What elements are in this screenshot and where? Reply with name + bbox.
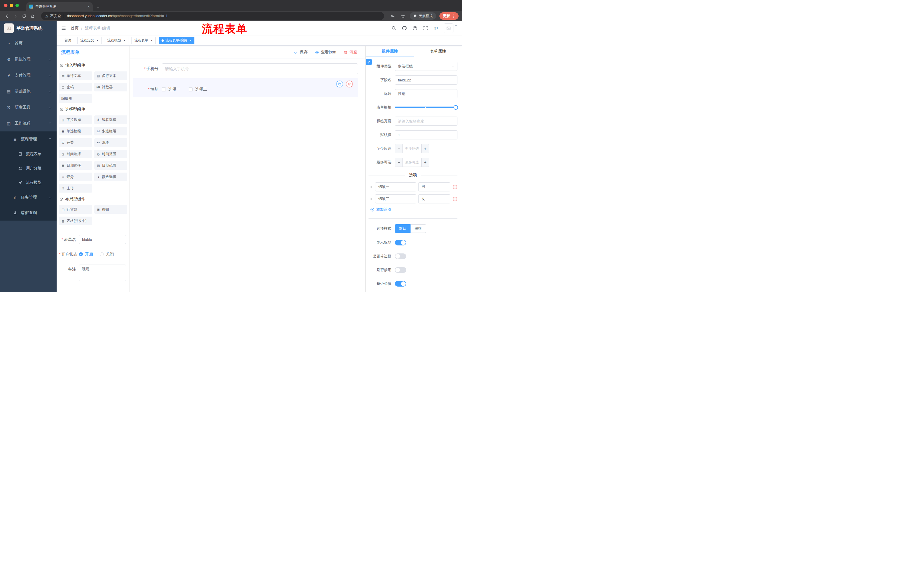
- min-select-value[interactable]: 至少应选: [403, 144, 421, 153]
- hamburger-icon[interactable]: [61, 26, 66, 31]
- plus-icon[interactable]: +: [421, 158, 429, 166]
- sidebar-item-0[interactable]: ◔首页: [0, 35, 57, 51]
- address-bar[interactable]: ⚠ 不安全 dashboard.yudao.iocoder.cn /bpm/ma…: [41, 12, 384, 20]
- status-radio-off[interactable]: 关闭: [100, 252, 114, 257]
- avatar[interactable]: [444, 23, 454, 33]
- form-name-input[interactable]: [79, 235, 126, 244]
- sidebar-item-1[interactable]: ⚙系统管理: [0, 51, 57, 67]
- checkbox-icon[interactable]: [162, 87, 166, 91]
- sidebar-item-4[interactable]: ⚒研发工具: [0, 99, 57, 115]
- link-badge-icon[interactable]: [365, 59, 372, 65]
- sidebar-item-11[interactable]: 请假查询: [0, 205, 57, 220]
- toggle-switch[interactable]: [395, 281, 406, 286]
- view-json-button[interactable]: 查看json: [315, 50, 336, 55]
- default-value-input[interactable]: [395, 130, 457, 140]
- toggle-switch[interactable]: [395, 240, 406, 245]
- fullscreen-icon[interactable]: [422, 25, 428, 31]
- checkbox-icon[interactable]: [189, 87, 193, 91]
- palette-item[interactable]: ▧日期范围: [94, 161, 127, 170]
- palette-item[interactable]: ▤多行文本: [94, 71, 127, 80]
- browser-update-button[interactable]: 更新 ⋮: [439, 12, 459, 20]
- option-value-input[interactable]: [418, 194, 450, 204]
- home-icon[interactable]: [29, 13, 36, 20]
- tag-1[interactable]: 流程定义×: [78, 37, 101, 44]
- palette-item[interactable]: ▦日期选择: [59, 161, 92, 170]
- field-name-input[interactable]: [395, 76, 457, 85]
- tag-0[interactable]: 首页: [62, 37, 74, 44]
- phone-input[interactable]: [162, 63, 358, 74]
- kebab-menu-icon[interactable]: ⋮: [452, 14, 456, 18]
- palette-item[interactable]: ☆评分: [59, 173, 92, 181]
- tag-3[interactable]: 流程表单×: [132, 37, 155, 44]
- github-icon[interactable]: [401, 25, 407, 31]
- passwords-key-icon[interactable]: [389, 13, 396, 20]
- gender-checkbox-option-1[interactable]: 选项一: [162, 87, 180, 92]
- plus-icon[interactable]: +: [421, 144, 429, 153]
- canvas-field-gender[interactable]: *性别 选项一 选项二: [133, 78, 358, 97]
- palette-item[interactable]: 123计数器: [94, 83, 127, 91]
- option-name-input[interactable]: [375, 194, 416, 204]
- canvas-field-phone[interactable]: *手机号: [133, 63, 358, 74]
- clear-button[interactable]: 清空: [344, 50, 357, 55]
- tag-close-icon[interactable]: ×: [190, 39, 192, 42]
- palette-item[interactable]: ▭单行文本: [59, 71, 92, 80]
- bookmark-star-icon[interactable]: [399, 13, 406, 20]
- tag-close-icon[interactable]: ×: [150, 39, 153, 42]
- tag-4[interactable]: 流程表单-编辑×: [159, 37, 195, 44]
- tab-close-icon[interactable]: ×: [87, 4, 90, 9]
- sidebar-item-9[interactable]: 流程模型: [0, 175, 57, 190]
- save-button[interactable]: 保存: [294, 50, 308, 55]
- slider-handle[interactable]: [454, 105, 458, 110]
- sidebar-item-2[interactable]: ¥支付管理: [0, 67, 57, 84]
- drag-handle-icon[interactable]: [368, 197, 373, 201]
- option-value-input[interactable]: [418, 182, 450, 191]
- drag-handle-icon[interactable]: [368, 185, 373, 189]
- style-default-button[interactable]: 默认: [395, 224, 411, 233]
- forward-icon[interactable]: [12, 13, 19, 20]
- palette-item[interactable]: ◉单选框组: [59, 127, 92, 135]
- palette-item[interactable]: ◷时间选择: [59, 150, 92, 158]
- tag-close-icon[interactable]: ×: [96, 39, 99, 42]
- label-width-input[interactable]: [395, 117, 457, 126]
- breadcrumb-home[interactable]: 首页: [71, 26, 79, 31]
- component-type-select[interactable]: 多选框组: [395, 62, 457, 71]
- browser-tab[interactable]: 芋道管理系统 ×: [26, 2, 92, 11]
- palette-item[interactable]: ▦表格[开发中]: [59, 217, 92, 225]
- minus-icon[interactable]: −: [395, 158, 403, 166]
- sidebar-item-10[interactable]: ⋔任务管理: [0, 190, 57, 205]
- palette-item[interactable]: 密码: [59, 83, 92, 91]
- form-remark-textarea[interactable]: 嘿嘿: [79, 265, 126, 281]
- tab-form-props[interactable]: 表单属性: [414, 46, 462, 57]
- palette-item[interactable]: ⊙开关: [59, 138, 92, 147]
- palette-item[interactable]: ⇧上传: [59, 184, 92, 192]
- remove-option-icon[interactable]: [452, 196, 457, 201]
- palette-item[interactable]: ⊞按钮: [94, 205, 127, 214]
- sidebar-item-5[interactable]: ◫工作流程: [0, 115, 57, 132]
- tag-2[interactable]: 流程模型×: [105, 37, 129, 44]
- status-radio-on[interactable]: 开启: [79, 252, 93, 257]
- tab-component-props[interactable]: 组件属性: [366, 46, 414, 57]
- slider-track[interactable]: [395, 107, 457, 108]
- palette-item[interactable]: ☑多选框组: [94, 127, 127, 135]
- copy-field-button[interactable]: [336, 81, 343, 87]
- help-icon[interactable]: [412, 25, 418, 31]
- toggle-switch[interactable]: [395, 253, 406, 259]
- grid-slider[interactable]: [395, 103, 457, 112]
- remove-option-icon[interactable]: [452, 184, 457, 189]
- gender-checkbox-option-2[interactable]: 选项二: [189, 87, 207, 92]
- search-icon[interactable]: [391, 25, 396, 31]
- window-close-button[interactable]: [4, 4, 7, 7]
- style-button-button[interactable]: 按钮: [411, 224, 426, 233]
- new-tab-button[interactable]: [96, 5, 100, 9]
- reload-icon[interactable]: [21, 13, 28, 20]
- palette-item[interactable]: ⋔级联选择: [94, 115, 127, 124]
- palette-item[interactable]: 编辑器: [59, 94, 92, 103]
- toggle-switch[interactable]: [395, 267, 406, 273]
- tag-close-icon[interactable]: ×: [124, 39, 126, 42]
- palette-item[interactable]: ◴时间范围: [94, 150, 127, 158]
- title-input[interactable]: [395, 89, 457, 98]
- sidebar-item-8[interactable]: 用户分组: [0, 161, 57, 175]
- window-zoom-button[interactable]: [15, 4, 19, 7]
- font-size-icon[interactable]: TT: [433, 25, 439, 31]
- sidebar-item-3[interactable]: ▤基础设施: [0, 84, 57, 99]
